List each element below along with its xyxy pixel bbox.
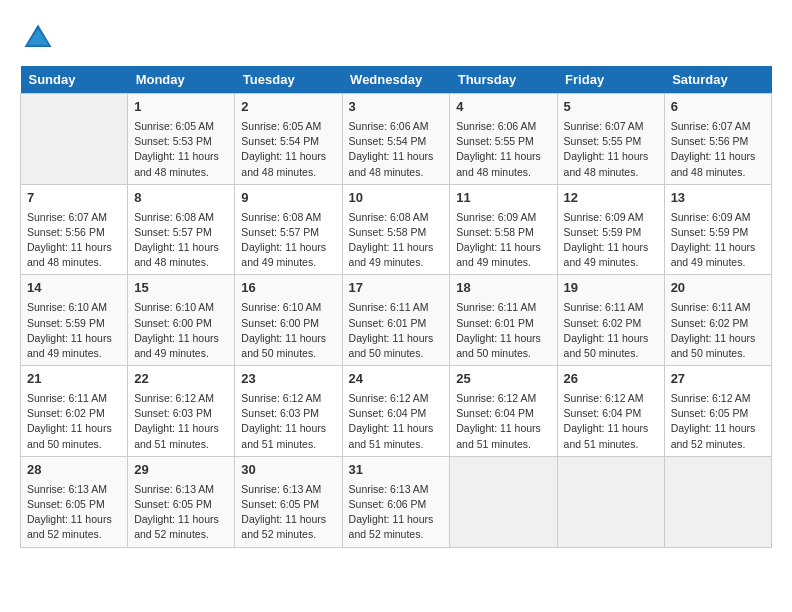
day-number: 4 (456, 98, 550, 117)
day-number: 6 (671, 98, 765, 117)
day-info: Sunrise: 6:11 AM Sunset: 6:02 PM Dayligh… (564, 300, 658, 361)
day-info: Sunrise: 6:05 AM Sunset: 5:53 PM Dayligh… (134, 119, 228, 180)
calendar-week-row: 21Sunrise: 6:11 AM Sunset: 6:02 PM Dayli… (21, 366, 772, 457)
day-info: Sunrise: 6:06 AM Sunset: 5:54 PM Dayligh… (349, 119, 444, 180)
day-number: 22 (134, 370, 228, 389)
day-number: 29 (134, 461, 228, 480)
calendar-cell: 24Sunrise: 6:12 AM Sunset: 6:04 PM Dayli… (342, 366, 450, 457)
day-number: 12 (564, 189, 658, 208)
calendar-cell: 22Sunrise: 6:12 AM Sunset: 6:03 PM Dayli… (128, 366, 235, 457)
calendar-cell: 7Sunrise: 6:07 AM Sunset: 5:56 PM Daylig… (21, 184, 128, 275)
calendar-header-row: SundayMondayTuesdayWednesdayThursdayFrid… (21, 66, 772, 94)
calendar-week-row: 28Sunrise: 6:13 AM Sunset: 6:05 PM Dayli… (21, 456, 772, 547)
calendar-week-row: 7Sunrise: 6:07 AM Sunset: 5:56 PM Daylig… (21, 184, 772, 275)
calendar-cell: 10Sunrise: 6:08 AM Sunset: 5:58 PM Dayli… (342, 184, 450, 275)
logo-icon (20, 20, 56, 56)
calendar-cell: 30Sunrise: 6:13 AM Sunset: 6:05 PM Dayli… (235, 456, 342, 547)
calendar-cell: 27Sunrise: 6:12 AM Sunset: 6:05 PM Dayli… (664, 366, 771, 457)
day-number: 16 (241, 279, 335, 298)
calendar-cell: 14Sunrise: 6:10 AM Sunset: 5:59 PM Dayli… (21, 275, 128, 366)
day-number: 31 (349, 461, 444, 480)
calendar-cell: 17Sunrise: 6:11 AM Sunset: 6:01 PM Dayli… (342, 275, 450, 366)
day-info: Sunrise: 6:08 AM Sunset: 5:57 PM Dayligh… (241, 210, 335, 271)
day-number: 10 (349, 189, 444, 208)
day-info: Sunrise: 6:08 AM Sunset: 5:58 PM Dayligh… (349, 210, 444, 271)
day-info: Sunrise: 6:10 AM Sunset: 6:00 PM Dayligh… (241, 300, 335, 361)
day-number: 9 (241, 189, 335, 208)
calendar-cell: 13Sunrise: 6:09 AM Sunset: 5:59 PM Dayli… (664, 184, 771, 275)
calendar-cell: 8Sunrise: 6:08 AM Sunset: 5:57 PM Daylig… (128, 184, 235, 275)
calendar-cell (450, 456, 557, 547)
day-info: Sunrise: 6:08 AM Sunset: 5:57 PM Dayligh… (134, 210, 228, 271)
calendar-cell: 25Sunrise: 6:12 AM Sunset: 6:04 PM Dayli… (450, 366, 557, 457)
day-number: 27 (671, 370, 765, 389)
day-info: Sunrise: 6:12 AM Sunset: 6:03 PM Dayligh… (241, 391, 335, 452)
day-info: Sunrise: 6:13 AM Sunset: 6:06 PM Dayligh… (349, 482, 444, 543)
day-number: 25 (456, 370, 550, 389)
day-number: 3 (349, 98, 444, 117)
day-info: Sunrise: 6:12 AM Sunset: 6:04 PM Dayligh… (349, 391, 444, 452)
day-info: Sunrise: 6:13 AM Sunset: 6:05 PM Dayligh… (27, 482, 121, 543)
calendar-cell: 6Sunrise: 6:07 AM Sunset: 5:56 PM Daylig… (664, 94, 771, 185)
calendar-cell: 19Sunrise: 6:11 AM Sunset: 6:02 PM Dayli… (557, 275, 664, 366)
day-info: Sunrise: 6:07 AM Sunset: 5:56 PM Dayligh… (27, 210, 121, 271)
calendar-week-row: 1Sunrise: 6:05 AM Sunset: 5:53 PM Daylig… (21, 94, 772, 185)
day-info: Sunrise: 6:09 AM Sunset: 5:58 PM Dayligh… (456, 210, 550, 271)
day-number: 20 (671, 279, 765, 298)
day-number: 17 (349, 279, 444, 298)
calendar-cell: 21Sunrise: 6:11 AM Sunset: 6:02 PM Dayli… (21, 366, 128, 457)
day-number: 23 (241, 370, 335, 389)
day-number: 24 (349, 370, 444, 389)
day-number: 19 (564, 279, 658, 298)
day-info: Sunrise: 6:11 AM Sunset: 6:02 PM Dayligh… (671, 300, 765, 361)
day-info: Sunrise: 6:12 AM Sunset: 6:04 PM Dayligh… (456, 391, 550, 452)
calendar-cell: 29Sunrise: 6:13 AM Sunset: 6:05 PM Dayli… (128, 456, 235, 547)
day-info: Sunrise: 6:07 AM Sunset: 5:55 PM Dayligh… (564, 119, 658, 180)
calendar-cell: 5Sunrise: 6:07 AM Sunset: 5:55 PM Daylig… (557, 94, 664, 185)
calendar-cell: 15Sunrise: 6:10 AM Sunset: 6:00 PM Dayli… (128, 275, 235, 366)
day-info: Sunrise: 6:09 AM Sunset: 5:59 PM Dayligh… (564, 210, 658, 271)
day-number: 2 (241, 98, 335, 117)
day-info: Sunrise: 6:11 AM Sunset: 6:02 PM Dayligh… (27, 391, 121, 452)
day-number: 21 (27, 370, 121, 389)
day-number: 11 (456, 189, 550, 208)
day-info: Sunrise: 6:06 AM Sunset: 5:55 PM Dayligh… (456, 119, 550, 180)
weekday-header-thursday: Thursday (450, 66, 557, 94)
weekday-header-wednesday: Wednesday (342, 66, 450, 94)
calendar-cell: 28Sunrise: 6:13 AM Sunset: 6:05 PM Dayli… (21, 456, 128, 547)
weekday-header-monday: Monday (128, 66, 235, 94)
page-header (20, 20, 772, 56)
day-number: 28 (27, 461, 121, 480)
calendar-cell: 1Sunrise: 6:05 AM Sunset: 5:53 PM Daylig… (128, 94, 235, 185)
day-info: Sunrise: 6:13 AM Sunset: 6:05 PM Dayligh… (134, 482, 228, 543)
day-info: Sunrise: 6:12 AM Sunset: 6:05 PM Dayligh… (671, 391, 765, 452)
weekday-header-sunday: Sunday (21, 66, 128, 94)
day-number: 30 (241, 461, 335, 480)
day-number: 8 (134, 189, 228, 208)
day-info: Sunrise: 6:10 AM Sunset: 6:00 PM Dayligh… (134, 300, 228, 361)
weekday-header-tuesday: Tuesday (235, 66, 342, 94)
day-number: 1 (134, 98, 228, 117)
day-number: 15 (134, 279, 228, 298)
logo (20, 20, 62, 56)
calendar-cell: 2Sunrise: 6:05 AM Sunset: 5:54 PM Daylig… (235, 94, 342, 185)
day-info: Sunrise: 6:11 AM Sunset: 6:01 PM Dayligh… (349, 300, 444, 361)
day-info: Sunrise: 6:10 AM Sunset: 5:59 PM Dayligh… (27, 300, 121, 361)
day-number: 18 (456, 279, 550, 298)
calendar-cell: 3Sunrise: 6:06 AM Sunset: 5:54 PM Daylig… (342, 94, 450, 185)
day-number: 26 (564, 370, 658, 389)
day-info: Sunrise: 6:05 AM Sunset: 5:54 PM Dayligh… (241, 119, 335, 180)
calendar-cell: 26Sunrise: 6:12 AM Sunset: 6:04 PM Dayli… (557, 366, 664, 457)
calendar-cell: 4Sunrise: 6:06 AM Sunset: 5:55 PM Daylig… (450, 94, 557, 185)
calendar-cell: 18Sunrise: 6:11 AM Sunset: 6:01 PM Dayli… (450, 275, 557, 366)
day-info: Sunrise: 6:11 AM Sunset: 6:01 PM Dayligh… (456, 300, 550, 361)
calendar-table: SundayMondayTuesdayWednesdayThursdayFrid… (20, 66, 772, 548)
day-info: Sunrise: 6:13 AM Sunset: 6:05 PM Dayligh… (241, 482, 335, 543)
calendar-cell: 31Sunrise: 6:13 AM Sunset: 6:06 PM Dayli… (342, 456, 450, 547)
weekday-header-friday: Friday (557, 66, 664, 94)
day-info: Sunrise: 6:12 AM Sunset: 6:03 PM Dayligh… (134, 391, 228, 452)
calendar-cell: 11Sunrise: 6:09 AM Sunset: 5:58 PM Dayli… (450, 184, 557, 275)
day-number: 13 (671, 189, 765, 208)
day-number: 5 (564, 98, 658, 117)
calendar-cell (21, 94, 128, 185)
